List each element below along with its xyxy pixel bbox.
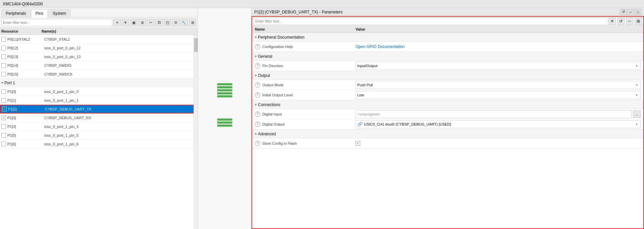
collapse-connections-icon: ▾ [255, 103, 257, 106]
store-config-label: Store Config in Flash [262, 141, 329, 145]
resource-cell: P0[11]/XTAL2 [7, 37, 44, 41]
section-header-peripheral-docs[interactable]: ▾ Peripheral Documentation [252, 33, 643, 42]
table-row[interactable]: P1[0] ioss_0_port_1_pin_0 [0, 87, 194, 96]
row-checkbox[interactable] [1, 124, 6, 129]
store-config-checkbox[interactable]: ✓ [356, 141, 360, 146]
digital-output-dropdown-arrow[interactable]: ▾ [635, 122, 639, 127]
row-checkbox[interactable] [1, 46, 6, 50]
output-mode-value[interactable]: Push Pull ▾ [356, 81, 641, 89]
collapse-advanced-icon: ▾ [255, 132, 257, 136]
collapse-all-button[interactable]: ▣ [130, 19, 138, 26]
svg-rect-2 [217, 89, 232, 91]
row-checkbox[interactable] [1, 37, 6, 42]
name-cell: ioss_0_port_0_pin_13 [44, 55, 192, 59]
config-help-row: ? Configuration Help Open GPIO Documenta… [252, 42, 643, 52]
tab-pins[interactable]: Pins [31, 9, 48, 17]
left-filter-input[interactable] [1, 19, 112, 26]
paste-button[interactable]: ⊡ [164, 19, 171, 26]
output-mode-help-icon[interactable]: ? [255, 82, 260, 88]
open-gpio-docs-link[interactable]: Open GPIO Documentation [356, 44, 405, 49]
port1-label: Port 1 [4, 81, 15, 85]
table-row[interactable]: P0[13] ioss_0_port_0_pin_13 [0, 52, 194, 61]
pin-direction-value[interactable]: Input/Output ▾ [356, 62, 641, 70]
store-config-value: ✓ [356, 141, 641, 146]
left-table-header: Resource Name(s) [0, 28, 198, 35]
table-row[interactable]: P1[5] ioss_0_port_1_pin_5 [0, 131, 194, 140]
table-row[interactable]: ✓ P1[2] CYBSP_DEBUG_UART_TX [0, 105, 194, 113]
tab-peripherals[interactable]: Peripherals [1, 9, 31, 17]
digital-output-help-icon[interactable]: ? [255, 122, 260, 127]
row-checkbox[interactable] [1, 54, 6, 59]
table-row[interactable]: P0[15] CYBSP_SWDCK [0, 70, 194, 79]
output-label: Output [258, 73, 270, 78]
table-row[interactable]: P0[14] CYBSP_SWDIO [0, 61, 194, 70]
copy-button[interactable]: ⧉ [155, 19, 163, 26]
collapse-peripheral-docs-icon: ▾ [255, 35, 257, 39]
params-collapse-button[interactable]: ─ [626, 17, 633, 25]
params-refresh-filter-button[interactable]: ↺ [617, 17, 625, 25]
filter-button[interactable]: ▼ [122, 19, 129, 26]
name-cell: ioss_0_port_1_pin_5 [44, 133, 192, 137]
initial-output-level-dropdown-arrow[interactable]: ▾ [635, 93, 639, 97]
app-title: XMC1404-Q064x0200 [3, 2, 43, 6]
section-header-advanced[interactable]: ▾ Advanced [252, 130, 643, 138]
store-config-help-icon[interactable]: ? [255, 141, 260, 146]
row-checkbox[interactable]: ✓ [1, 116, 6, 120]
resource-cell: P0[14] [7, 63, 44, 67]
left-scrollbar[interactable] [194, 35, 198, 229]
resource-cell: P1[4] [7, 125, 44, 129]
params-minimize-button[interactable]: ─ [627, 9, 634, 15]
tool1-button[interactable]: ⚙ [172, 19, 179, 26]
link-icon: 🔗 [357, 122, 363, 127]
params-refresh-button[interactable]: ↺ [620, 9, 627, 15]
output-mode-label: Output Mode [262, 83, 329, 87]
pin-diagram [198, 8, 252, 229]
expand-all-button[interactable]: ⊞ [139, 19, 146, 26]
row-checkbox[interactable] [1, 133, 6, 138]
table-row[interactable]: P1[6] ioss_0_port_1_pin_6 [0, 140, 194, 148]
params-clear-filter-button[interactable]: ✕ [608, 17, 616, 25]
maximize-button[interactable]: ⊠ [189, 19, 196, 26]
params-table-header: Name Value [252, 26, 643, 33]
scrollbar-thumb[interactable] [194, 38, 198, 52]
section-header-connections[interactable]: ▾ Connections [252, 100, 643, 109]
resource-column-header: Resource [1, 29, 42, 33]
row-checkbox[interactable] [1, 72, 6, 77]
digital-input-help-icon[interactable]: ? [255, 111, 260, 117]
tab-system[interactable]: System [48, 9, 70, 17]
table-row[interactable]: P1[1] ioss_0_port_1_pin_1 [0, 96, 194, 105]
output-mode-dropdown-arrow[interactable]: ▾ [635, 83, 639, 87]
row-checkbox[interactable] [1, 142, 6, 146]
row-checkbox[interactable] [1, 89, 6, 94]
params-expand-button[interactable]: ⊞ [635, 17, 642, 25]
pin-direction-help-icon[interactable]: ? [255, 63, 260, 68]
row-checkbox[interactable] [1, 98, 6, 103]
clear-filter-button[interactable]: ✕ [113, 19, 121, 26]
table-row[interactable]: P0[12] ioss_0_port_0_pin_12 [0, 44, 194, 52]
table-row[interactable]: ✓ P1[3] CYBSP_DEBUG_UART_RX [0, 113, 194, 122]
row-checkbox[interactable]: ✓ [2, 107, 7, 111]
resource-cell: P1[1] [7, 98, 44, 102]
row-checkbox[interactable] [1, 63, 6, 68]
collapse-output-icon: ▾ [255, 74, 257, 77]
digital-output-value[interactable]: 🔗 USIC0_CH1 dout0 (CYBSP_DEBUG_UART) [US… [356, 120, 641, 128]
initial-output-level-value[interactable]: Low ▾ [356, 91, 641, 99]
port1-section-header[interactable]: ▾ Port 1 [0, 79, 194, 87]
advanced-label: Advanced [258, 132, 276, 136]
svg-rect-6 [217, 122, 232, 124]
name-cell: CYBSP_XTAL2 [44, 37, 192, 41]
table-row[interactable]: P0[11]/XTAL2 CYBSP_XTAL2 [0, 35, 194, 44]
digital-input-dots-button[interactable]: ... [633, 110, 641, 118]
names-column-header: Name(s) [42, 29, 196, 33]
name-cell: ioss_0_port_1_pin_4 [44, 125, 192, 129]
cut-button[interactable]: ✂ [147, 19, 154, 26]
section-header-output[interactable]: ▾ Output [252, 71, 643, 80]
params-filter-input[interactable] [254, 17, 607, 25]
table-row[interactable]: P1[4] ioss_0_port_1_pin_4 [0, 122, 194, 131]
section-header-general[interactable]: ▾ General [252, 52, 643, 61]
config-help-icon[interactable]: ? [255, 44, 260, 49]
pin-direction-dropdown-arrow[interactable]: ▾ [635, 63, 639, 68]
tool2-button[interactable]: 🔧 [180, 19, 188, 26]
params-maximize-button[interactable]: □ [635, 9, 641, 15]
initial-output-level-help-icon[interactable]: ? [255, 92, 260, 98]
